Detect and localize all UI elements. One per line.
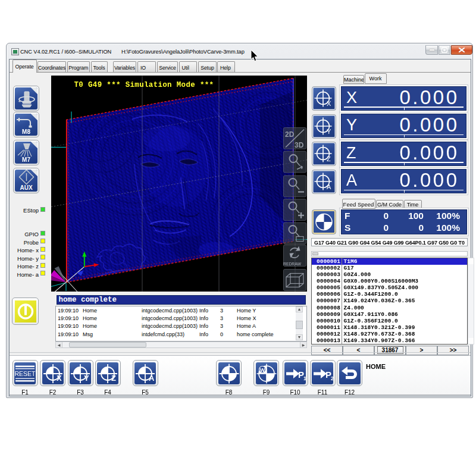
- svg-text:X: X: [57, 374, 62, 383]
- svg-text:Z: Z: [327, 155, 331, 162]
- svg-text:W: W: [259, 367, 265, 372]
- svg-text:Z: Z: [111, 374, 116, 383]
- svg-text:Y: Y: [84, 374, 89, 383]
- svg-text:A: A: [149, 374, 155, 383]
- svg-text:X: X: [327, 100, 331, 107]
- svg-text:1: 1: [303, 375, 306, 381]
- svg-text:REDRAW: REDRAW: [283, 262, 302, 266]
- svg-text:3D: 3D: [295, 140, 304, 149]
- svg-text:Y: Y: [327, 128, 331, 135]
- svg-text:RESET: RESET: [14, 370, 36, 377]
- svg-text:A: A: [327, 183, 331, 190]
- svg-text:2: 2: [331, 375, 333, 381]
- svg-text:T0 G49 *** Simulation Mode ***: T0 G49 *** Simulation Mode ***: [74, 81, 214, 89]
- svg-text:2D: 2D: [285, 130, 295, 138]
